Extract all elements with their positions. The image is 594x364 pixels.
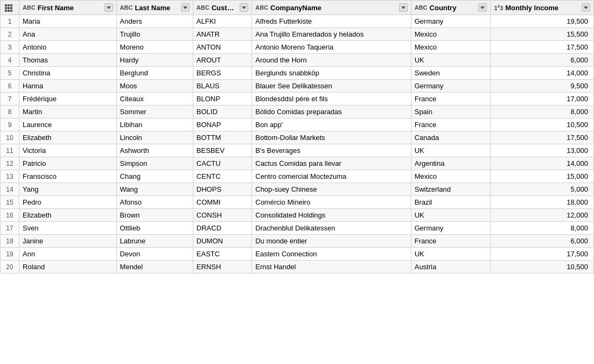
cell-first-name: Sven	[19, 222, 117, 235]
table-row: 2AnaTrujilloANATRAna Trujillo Emaredados…	[1, 28, 594, 41]
cell-first-name: Ann	[19, 248, 117, 261]
column-label-cid: CustomerID	[212, 4, 238, 12]
filter-button-co[interactable]	[478, 3, 487, 12]
filter-button-fn[interactable]	[104, 3, 113, 12]
column-label-fn: First Name	[38, 4, 102, 12]
abc-icon: ABC	[23, 4, 36, 11]
column-label-cn: CompanyName	[270, 4, 397, 12]
chevron-down-icon	[480, 6, 485, 9]
column-header-cid: ABCCustomerID	[193, 1, 251, 15]
cell-customer-id: CACTU	[193, 157, 251, 170]
cell-country: Sweden	[411, 67, 491, 80]
cell-company-name: Around the Horn	[252, 54, 411, 67]
column-header-ln: ABCLast Name	[116, 1, 193, 15]
row-number: 12	[1, 157, 19, 170]
cell-country: Germany	[411, 80, 491, 93]
cell-country: Brazil	[411, 196, 491, 209]
row-number: 2	[1, 28, 19, 41]
row-number: 7	[1, 93, 19, 106]
filter-button-mi[interactable]	[582, 3, 590, 12]
cell-first-name: Victoria	[19, 144, 117, 157]
filter-button-cid[interactable]	[240, 3, 248, 12]
table-row: 10ElizabethLincolnBOTTMBottom-Dollar Mar…	[1, 131, 594, 144]
cell-customer-id: CONSH	[193, 209, 251, 222]
cell-country: Spain	[411, 106, 491, 118]
cell-company-name: Bólido Comidas preparadas	[252, 106, 411, 118]
abc-icon: ABC	[255, 4, 268, 11]
cell-last-name: Anders	[116, 15, 193, 28]
cell-monthly-income: 5,000	[491, 183, 594, 196]
cell-last-name: Citeaux	[116, 93, 193, 106]
table-row: 5ChristinaBerglundBERGSBerglunds snabbkö…	[1, 67, 594, 80]
cell-monthly-income: 15,000	[491, 170, 594, 183]
abc-icon: ABC	[415, 4, 428, 11]
cell-country: Austria	[411, 261, 491, 274]
cell-first-name: Maria	[19, 15, 117, 28]
cell-country: Mexico	[411, 28, 491, 41]
cell-last-name: Ottlieb	[116, 222, 193, 235]
cell-company-name: Ana Trujillo Emaredados y helados	[252, 28, 411, 41]
cell-last-name: Simpson	[116, 157, 193, 170]
row-number: 14	[1, 183, 19, 196]
cell-company-name: Alfreds Futterkiste	[252, 15, 411, 28]
cell-customer-id: BONAP	[193, 118, 251, 131]
cell-last-name: Mendel	[116, 261, 193, 274]
num-type-icon: 123	[494, 4, 503, 11]
cell-last-name: Chang	[116, 170, 193, 183]
cell-first-name: Laurence	[19, 118, 117, 131]
cell-company-name: B's Beverages	[252, 144, 411, 157]
cell-company-name: Blauer See Delikatessen	[252, 80, 411, 93]
cell-customer-id: BESBEV	[193, 144, 251, 157]
cell-last-name: Devon	[116, 248, 193, 261]
cell-customer-id: BLONP	[193, 93, 251, 106]
row-number: 17	[1, 222, 19, 235]
cell-country: Germany	[411, 222, 491, 235]
cell-country: UK	[411, 54, 491, 67]
cell-monthly-income: 18,000	[491, 196, 594, 209]
row-number: 8	[1, 106, 19, 118]
cell-first-name: Janine	[19, 235, 117, 248]
cell-monthly-income: 10,500	[491, 118, 594, 131]
cell-first-name: Pedro	[19, 196, 117, 209]
chevron-down-icon	[584, 6, 588, 9]
abc-icon: ABC	[120, 4, 133, 11]
cell-last-name: Moreno	[116, 41, 193, 54]
table-row: 3AntonioMorenoANTONAntonio Moreno Taquer…	[1, 41, 594, 54]
cell-company-name: Bon app'	[252, 118, 411, 131]
cell-monthly-income: 12,000	[491, 209, 594, 222]
cell-company-name: Consolidated Holdings	[252, 209, 411, 222]
cell-customer-id: ALFKI	[193, 15, 251, 28]
cell-country: Canada	[411, 131, 491, 144]
table-row: 9LaurenceLibihanBONAPBon app'France10,50…	[1, 118, 594, 131]
table-row: 13FransciscoChangCENTCCentro comercial M…	[1, 170, 594, 183]
cell-monthly-income: 17,000	[491, 93, 594, 106]
table-row: 17SvenOttliebDRACDDrachenblut Delikatess…	[1, 222, 594, 235]
row-number: 11	[1, 144, 19, 157]
cell-last-name: Brown	[116, 209, 193, 222]
cell-country: France	[411, 93, 491, 106]
cell-first-name: Ana	[19, 28, 117, 41]
table-row: 18JanineLabruneDUMONDu monde entierFranc…	[1, 235, 594, 248]
filter-button-cn[interactable]	[399, 3, 408, 12]
row-number: 4	[1, 54, 19, 67]
cell-country: UK	[411, 144, 491, 157]
cell-country: Germany	[411, 15, 491, 28]
cell-monthly-income: 17,500	[491, 41, 594, 54]
cell-customer-id: COMMI	[193, 196, 251, 209]
cell-country: France	[411, 235, 491, 248]
cell-first-name: Patricio	[19, 157, 117, 170]
cell-company-name: Eastern Connection	[252, 248, 411, 261]
cell-monthly-income: 17,500	[491, 248, 594, 261]
row-number: 1	[1, 15, 19, 28]
cell-monthly-income: 17,500	[491, 131, 594, 144]
cell-last-name: Hardy	[116, 54, 193, 67]
table-row: 8MartinSommerBOLIDBólido Comidas prepara…	[1, 106, 594, 118]
cell-company-name: Du monde entier	[252, 235, 411, 248]
cell-company-name: Centro comercial Moctezuma	[252, 170, 411, 183]
chevron-down-icon	[242, 6, 246, 9]
filter-button-ln[interactable]	[181, 3, 190, 12]
cell-company-name: Blondesddsl pére et fils	[252, 93, 411, 106]
cell-last-name: Afonso	[116, 196, 193, 209]
cell-first-name: Roland	[19, 261, 117, 274]
table-row: 20RolandMendelERNSHErnst HandelAustria10…	[1, 261, 594, 274]
